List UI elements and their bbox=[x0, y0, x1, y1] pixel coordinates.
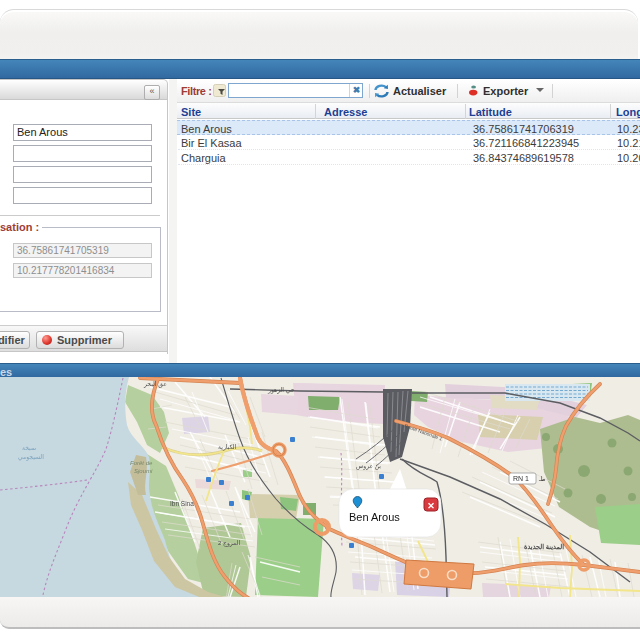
svg-text:الكبارية: الكبارية bbox=[218, 444, 237, 451]
svg-text:✕: ✕ bbox=[427, 501, 435, 511]
svg-text:Ibn Sina: Ibn Sina bbox=[170, 500, 194, 507]
svg-text:عق البحر: عق البحر bbox=[143, 381, 167, 388]
svg-text:Ben Arous: Ben Arous bbox=[349, 511, 400, 523]
svg-text:سبخة: سبخة bbox=[22, 445, 36, 451]
svg-text:Forêt de: Forêt de bbox=[130, 460, 153, 466]
svg-text:المروج 2: المروج 2 bbox=[218, 540, 240, 547]
svg-text:بن عروس: بن عروس bbox=[356, 463, 381, 470]
svg-text:المدينة الجديدة: المدينة الجديدة bbox=[524, 543, 564, 550]
svg-text:طـ: طـ bbox=[538, 476, 546, 482]
svg-text:السيجومي: السيجومي bbox=[18, 454, 44, 461]
svg-text:Sjoumi: Sjoumi bbox=[134, 468, 153, 474]
svg-text:RN 1: RN 1 bbox=[513, 475, 529, 482]
svg-text:حي الزهور: حي الزهور bbox=[267, 387, 295, 394]
